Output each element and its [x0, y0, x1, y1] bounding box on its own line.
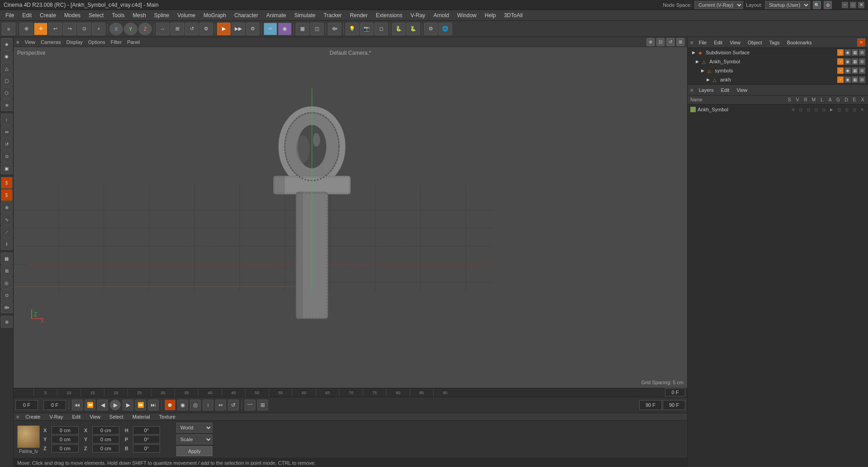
current-frame-input[interactable]	[43, 400, 66, 410]
motion-paths[interactable]: 〰	[245, 400, 255, 410]
layer-ctrl-s[interactable]: ⊙	[790, 106, 796, 113]
bottom-menu-vray[interactable]: V-Ray	[47, 414, 66, 419]
playback-next-key[interactable]: ⏩	[135, 400, 146, 410]
start-frame-input[interactable]	[15, 400, 38, 410]
obj-tag2-1[interactable]: ◉	[844, 58, 851, 65]
key-pos[interactable]: ↕	[203, 400, 213, 410]
obj-color-3[interactable]: ▪	[837, 67, 844, 74]
sidebar-polygon-mode[interactable]: ▢	[1, 75, 13, 86]
menu-create[interactable]: Create	[36, 11, 60, 19]
tb-live-sel[interactable]: ⊙	[77, 23, 91, 35]
sidebar-rigging[interactable]: ≋	[1, 99, 13, 111]
close-button[interactable]: ✕	[858, 2, 864, 8]
obj-tag-2[interactable]: ▦	[852, 49, 858, 56]
vp-nav-4[interactable]: ⊞	[676, 38, 684, 46]
obj-symbols[interactable]: ▶ △ symbols ▪ ◉ ▦ ⊞	[688, 66, 868, 75]
tb-x-axis[interactable]: X	[109, 23, 123, 35]
om-menu-view[interactable]: View	[728, 40, 742, 45]
layer-ctrl-g[interactable]: ◻	[836, 106, 842, 113]
key-sel[interactable]: ◎	[190, 400, 201, 410]
tb-render-view[interactable]: ▶	[217, 23, 231, 35]
bottom-menu-create[interactable]: Create	[23, 414, 43, 419]
playback-next[interactable]: ▶	[123, 400, 133, 410]
menu-tools[interactable]: Tools	[108, 11, 128, 19]
menu-help[interactable]: Help	[481, 11, 500, 19]
vp-menu-panel[interactable]: Panel	[127, 39, 140, 45]
menu-mograph[interactable]: MoGraph	[200, 11, 230, 19]
menu-edit[interactable]: Edit	[19, 11, 35, 19]
obj-subdivision-surface[interactable]: ▶ ◈ Subdivision Surface ▪ ◉ ▦ ⊞	[688, 48, 868, 57]
sidebar-edge-tool[interactable]: ⟋	[1, 226, 13, 238]
tb-z-axis[interactable]: Z	[138, 23, 152, 35]
tb-move[interactable]: ✛	[34, 23, 47, 35]
om-menu-edit[interactable]: Edit	[712, 40, 724, 45]
layer-ctrl-m[interactable]: ◻	[813, 106, 819, 113]
coord-z-pos[interactable]	[52, 444, 79, 453]
scale-mode-dropdown[interactable]: Scale Size	[176, 434, 212, 444]
nav-icon-1[interactable]: 🔍	[813, 1, 821, 9]
vp-menu-options[interactable]: Options	[88, 39, 105, 45]
tb-y-axis[interactable]: Y	[124, 23, 137, 35]
menu-modes[interactable]: Modes	[61, 11, 84, 19]
vp-menu-icon[interactable]: ≡	[16, 39, 19, 45]
tb-snap[interactable]: ⟴	[328, 23, 341, 35]
menu-tracker[interactable]: Tracker	[320, 11, 345, 19]
layers-tab-edit[interactable]: Edit	[719, 87, 731, 93]
sidebar-mesh-mode[interactable]: ◉	[1, 50, 13, 62]
sidebar-sculpt-2[interactable]: $	[1, 189, 13, 201]
menu-render[interactable]: Render	[346, 11, 371, 19]
world-mode-dropdown[interactable]: World Object	[176, 423, 212, 433]
menu-window[interactable]: Window	[453, 11, 480, 19]
coord-h[interactable]	[133, 426, 160, 434]
maximize-button[interactable]: □	[850, 2, 856, 8]
sidebar-move[interactable]: ↕	[1, 114, 13, 125]
playback-prev[interactable]: ◀	[97, 400, 108, 410]
sidebar-snap[interactable]: ⟴	[1, 301, 13, 313]
menu-character[interactable]: Character	[231, 11, 262, 19]
layout-dropdown[interactable]: Startup (User)	[765, 1, 810, 9]
current-frame-display[interactable]	[665, 388, 685, 396]
coord-x-size[interactable]	[92, 426, 119, 434]
tb-sculpt[interactable]: ◉	[278, 23, 292, 35]
coord-b[interactable]	[133, 444, 160, 453]
obj-ankh[interactable]: ▶ △ ankh ▪ ◉ ▦ ⊞	[688, 75, 868, 84]
playback-prev-key[interactable]: ⏪	[85, 400, 95, 410]
layers-tab-layers[interactable]: Layers	[697, 87, 715, 93]
bottom-menu-texture[interactable]: Texture	[156, 414, 178, 419]
sidebar-texture-2[interactable]: ⊞	[1, 265, 13, 276]
end-frame-input[interactable]	[639, 400, 662, 410]
menu-arnold[interactable]: Arnold	[430, 11, 453, 19]
tb-web[interactable]: 🌐	[439, 23, 452, 35]
bottom-menu-edit[interactable]: Edit	[69, 414, 83, 419]
bottom-menu-material[interactable]: Material	[130, 414, 153, 419]
record-btn[interactable]: ⏺	[165, 400, 175, 410]
layers-tab-view[interactable]: View	[735, 87, 749, 93]
coord-z-size[interactable]	[92, 444, 119, 453]
nav-icon-2[interactable]: ⚙	[824, 1, 832, 9]
vp-nav-2[interactable]: ⊡	[656, 38, 665, 46]
om-menu-tags[interactable]: Tags	[768, 40, 782, 45]
vp-menu-cameras[interactable]: Cameras	[41, 39, 61, 45]
obj-tag3-1[interactable]: ◉	[844, 67, 851, 74]
coord-p[interactable]	[133, 435, 160, 443]
vp-nav-3[interactable]: ↺	[666, 38, 675, 46]
tb-move-model[interactable]: ⊕	[19, 23, 33, 35]
key-scale[interactable]: ⇔	[215, 400, 226, 410]
viewport[interactable]: Z X Perspective Default Camera.* Grid Sp…	[14, 47, 687, 388]
sidebar-rotate[interactable]: ↺	[1, 138, 13, 150]
max-frame-input[interactable]	[663, 400, 685, 410]
sidebar-weight[interactable]: ⊛	[1, 316, 13, 328]
node-space-dropdown[interactable]: Current (V-Ray)	[694, 1, 743, 9]
obj-tag3-3[interactable]: ⊞	[859, 67, 865, 74]
layer-ctrl-d[interactable]: ◻	[844, 106, 850, 113]
obj-tag4-2[interactable]: ▦	[852, 76, 858, 83]
obj-color-1[interactable]: ▪	[837, 49, 844, 56]
sidebar-sculpt-3[interactable]: ⊕	[1, 201, 13, 213]
sidebar-object-mode[interactable]: ⬡	[1, 87, 13, 99]
menu-3dtoall[interactable]: 3DToAll	[500, 11, 526, 19]
playback-first[interactable]: ⏮	[72, 400, 83, 410]
tb-python2[interactable]: 🐍	[406, 23, 420, 35]
om-menu-object[interactable]: Object	[746, 40, 764, 45]
vp-menu-filter[interactable]: Filter	[111, 39, 122, 45]
menu-simulate[interactable]: Simulate	[291, 11, 319, 19]
